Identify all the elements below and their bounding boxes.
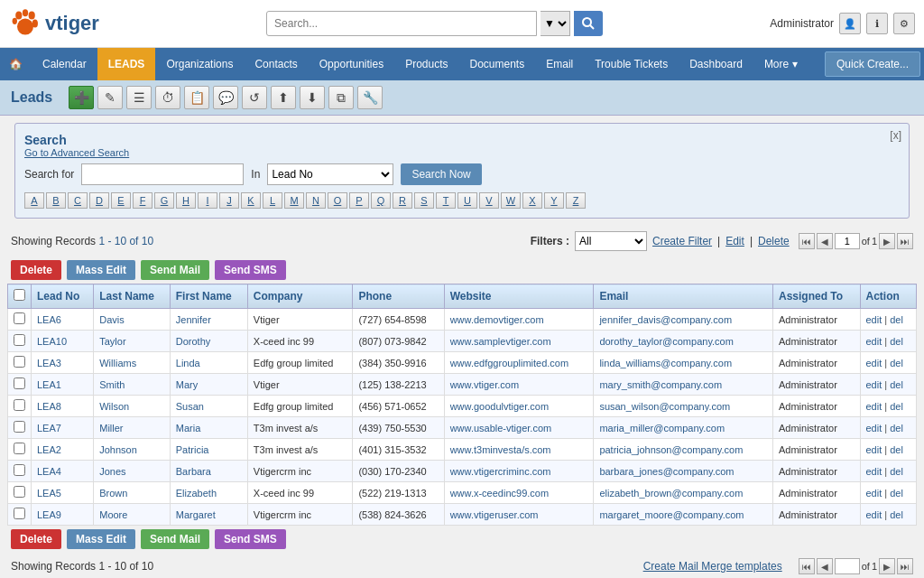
website-link-7[interactable]: www.vtigercriminc.com xyxy=(450,466,551,477)
row-checkbox-1[interactable] xyxy=(14,334,25,346)
alpha-btn-h[interactable]: H xyxy=(176,192,196,209)
row-check-5[interactable] xyxy=(8,417,32,439)
website-link-1[interactable]: www.samplevtiger.com xyxy=(450,336,551,347)
alpha-btn-f[interactable]: F xyxy=(133,192,152,209)
nav-home[interactable]: 🏠 xyxy=(0,48,32,80)
settings-tool-button[interactable]: 🔧 xyxy=(357,86,383,109)
row-check-7[interactable] xyxy=(8,461,32,482)
last-name-link-9[interactable]: Moore xyxy=(99,509,127,520)
alpha-btn-p[interactable]: P xyxy=(349,192,369,209)
first-name-link-5[interactable]: Maria xyxy=(176,423,201,434)
delete-button-bottom[interactable]: Delete xyxy=(11,529,61,549)
alpha-btn-l[interactable]: L xyxy=(263,192,282,209)
last-name-link-1[interactable]: Taylor xyxy=(99,336,125,347)
first-page-button[interactable]: ⏮ xyxy=(799,233,815,249)
edit-link-5[interactable]: edit xyxy=(866,423,882,434)
del-link-4[interactable]: del xyxy=(890,401,903,412)
alpha-btn-g[interactable]: G xyxy=(154,192,174,209)
import-button[interactable]: ⬆ xyxy=(271,86,296,109)
col-company-header[interactable]: Company xyxy=(247,284,353,309)
col-last-name-header[interactable]: Last Name xyxy=(94,284,171,309)
website-link-3[interactable]: www.vtiger.com xyxy=(450,379,519,390)
row-checkbox-8[interactable] xyxy=(14,486,25,498)
row-checkbox-5[interactable] xyxy=(14,421,25,433)
row-checkbox-7[interactable] xyxy=(14,464,25,476)
nav-email[interactable]: Email xyxy=(535,48,584,80)
alpha-btn-e[interactable]: E xyxy=(111,192,131,209)
row-check-0[interactable] xyxy=(8,309,32,331)
lead-no-link-2[interactable]: LEA3 xyxy=(37,358,61,368)
row-check-9[interactable] xyxy=(8,504,32,526)
website-link-2[interactable]: www.edfggrouplimited.com xyxy=(450,358,568,368)
alpha-btn-c[interactable]: C xyxy=(68,192,88,209)
row-check-3[interactable] xyxy=(8,374,32,396)
edit-link-4[interactable]: edit xyxy=(866,401,882,412)
nav-organizations[interactable]: Organizations xyxy=(155,48,244,80)
email-link-3[interactable]: mary_smith@company.com xyxy=(599,379,722,390)
list-view-button[interactable]: ☰ xyxy=(126,86,152,109)
mail-merge-link[interactable]: Create Mail Merge templates xyxy=(643,560,782,573)
lead-no-link-0[interactable]: LEA6 xyxy=(37,314,61,325)
nav-more[interactable]: More ▾ xyxy=(753,48,808,80)
create-filter-link[interactable]: Create Filter xyxy=(652,235,712,247)
copy-button[interactable]: 📋 xyxy=(184,86,209,109)
row-check-1[interactable] xyxy=(8,331,32,352)
next-page-button[interactable]: ▶ xyxy=(879,233,895,249)
del-link-7[interactable]: del xyxy=(890,466,903,477)
col-assigned-header[interactable]: Assigned To xyxy=(773,284,861,309)
alpha-btn-w[interactable]: W xyxy=(501,192,521,209)
edit-link-6[interactable]: edit xyxy=(866,444,882,455)
records-range-link[interactable]: 1 - 10 of 10 xyxy=(98,235,153,247)
prev-page-button[interactable]: ◀ xyxy=(817,233,833,249)
del-link-0[interactable]: del xyxy=(890,314,903,325)
edit-link-3[interactable]: edit xyxy=(866,379,882,390)
edit-link-1[interactable]: edit xyxy=(866,336,882,347)
alpha-btn-i[interactable]: I xyxy=(198,192,217,209)
delete-filter-link[interactable]: Delete xyxy=(758,235,790,247)
website-link-9[interactable]: www.vtigeruser.com xyxy=(450,509,539,520)
search-button[interactable] xyxy=(574,11,603,36)
first-name-link-9[interactable]: Margaret xyxy=(176,509,216,520)
row-checkbox-9[interactable] xyxy=(14,508,25,519)
search-now-button[interactable]: Search Now xyxy=(401,163,481,185)
alpha-btn-y[interactable]: Y xyxy=(544,192,564,209)
del-link-9[interactable]: del xyxy=(890,509,903,520)
alpha-btn-r[interactable]: R xyxy=(393,192,412,209)
lead-no-link-3[interactable]: LEA1 xyxy=(37,379,61,390)
row-check-6[interactable] xyxy=(8,439,32,461)
duplicate-button[interactable]: ⧉ xyxy=(328,86,354,109)
bottom-prev-page-button[interactable]: ◀ xyxy=(817,558,833,574)
nav-calendar[interactable]: Calendar xyxy=(32,48,97,80)
settings-button[interactable]: ⚙ xyxy=(893,13,915,34)
del-link-6[interactable]: del xyxy=(890,444,903,455)
nav-leads[interactable]: LEADS xyxy=(97,48,156,80)
alpha-btn-t[interactable]: T xyxy=(436,192,456,209)
edit-link-9[interactable]: edit xyxy=(866,509,882,520)
edit-link-8[interactable]: edit xyxy=(866,488,882,499)
global-search-input[interactable] xyxy=(266,11,537,36)
alpha-btn-q[interactable]: Q xyxy=(371,192,391,209)
website-link-0[interactable]: www.demovtiger.com xyxy=(450,314,544,325)
bottom-next-page-button[interactable]: ▶ xyxy=(879,558,895,574)
row-checkbox-4[interactable] xyxy=(14,399,25,411)
edit-link-2[interactable]: edit xyxy=(866,358,882,368)
edit-button[interactable]: ✎ xyxy=(97,86,123,109)
email-link-0[interactable]: jennifer_davis@company.com xyxy=(599,314,732,325)
refresh-button[interactable]: ↺ xyxy=(242,86,267,109)
alpha-btn-u[interactable]: U xyxy=(457,192,477,209)
nav-products[interactable]: Products xyxy=(394,48,458,80)
comment-button[interactable]: 💬 xyxy=(213,86,238,109)
mass-edit-button-bottom[interactable]: Mass Edit xyxy=(67,529,135,549)
email-link-6[interactable]: patricia_johnson@company.com xyxy=(599,444,743,455)
edit-link-7[interactable]: edit xyxy=(866,466,882,477)
website-link-8[interactable]: www.x-ceedinc99.com xyxy=(450,488,549,499)
nav-documents[interactable]: Documents xyxy=(459,48,536,80)
email-link-2[interactable]: linda_williams@company.com xyxy=(599,358,732,368)
col-phone-header[interactable]: Phone xyxy=(353,284,444,309)
last-name-link-6[interactable]: Johnson xyxy=(99,444,137,455)
first-name-link-4[interactable]: Susan xyxy=(176,401,204,412)
search-text-input[interactable] xyxy=(81,163,244,185)
bottom-last-page-button[interactable]: ⏭ xyxy=(897,558,913,574)
info-button[interactable]: ℹ xyxy=(866,13,888,34)
lead-no-link-6[interactable]: LEA2 xyxy=(37,444,61,455)
